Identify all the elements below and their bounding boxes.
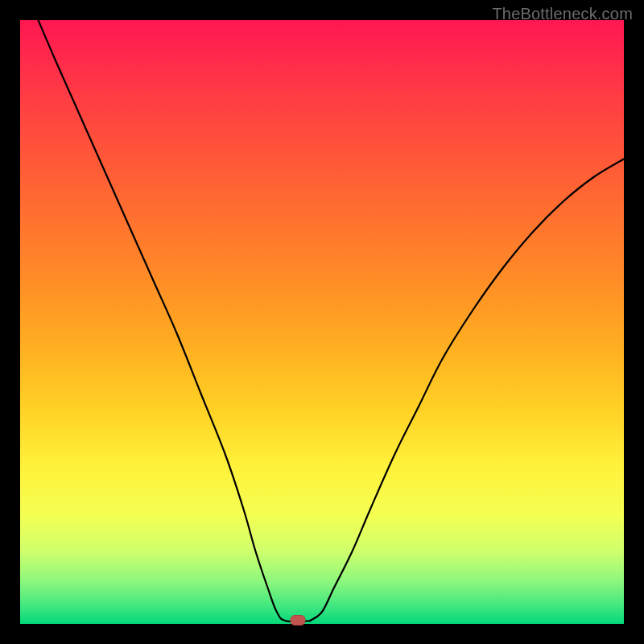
- curve-left-branch: [39, 20, 311, 621]
- chart-frame: TheBottleneck.com: [0, 0, 644, 644]
- minimum-marker: [291, 616, 305, 625]
- plot-area: [20, 20, 624, 624]
- curve-right-branch: [310, 159, 624, 621]
- curve-layer: [20, 20, 624, 624]
